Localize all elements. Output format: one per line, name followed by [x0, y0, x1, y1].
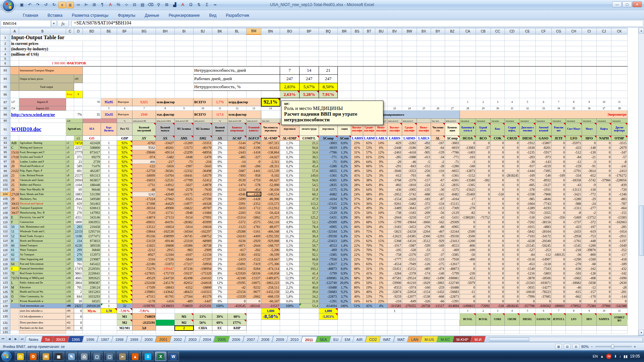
cell-CI95[interactable]: -130 [582, 150, 597, 155]
cell-BK109[interactable]: 1% [212, 215, 228, 220]
cell-BG103[interactable]: -48 [132, 187, 156, 192]
cell-BL89[interactable]: млн.фактор [228, 111, 261, 119]
cell-CK109[interactable]: -13383 [611, 215, 628, 220]
cell-BR119[interactable]: 2,1% [338, 262, 351, 266]
cell-CG126[interactable]: 0 [552, 294, 566, 299]
cell-BM4[interactable] [247, 52, 261, 57]
cell-B125[interactable]: Health and Social Wo [19, 290, 66, 294]
cell-BK127[interactable]: 0% [212, 299, 228, 304]
cell-CJ95[interactable]: 0 [597, 150, 611, 155]
cell-BM123[interactable]: -16075 [247, 280, 261, 285]
cell-CK84[interactable] [611, 75, 628, 83]
cell-CF86[interactable] [536, 91, 552, 98]
page-break-view-icon[interactable]: ▥ [573, 344, 579, 349]
cell-BM113[interactable]: -4469 [247, 234, 261, 238]
cell-CJ121[interactable]: 0 [597, 271, 611, 276]
update-icon[interactable]: ⬇ [614, 354, 617, 359]
row-header-93[interactable]: 93 [0, 141, 10, 145]
cell-BK133[interactable] [212, 330, 228, 334]
cell-CH90[interactable]: тераджоу [566, 119, 582, 123]
cell-CK96[interactable]: -57 [611, 155, 628, 159]
cell-BS100[interactable]: 45% [351, 173, 363, 178]
cell-CJ5[interactable] [597, 57, 611, 61]
cell-CC124[interactable]: 0 [491, 285, 505, 290]
cell-BJ109[interactable]: -27091 [194, 215, 212, 220]
cell-BE89[interactable]: 35x35 [101, 111, 117, 119]
cell-D128[interactable]: 242177 [74, 304, 83, 308]
cell-A95[interactable]: 15t16 [10, 150, 19, 155]
cell-CJ4[interactable] [597, 52, 611, 57]
cell-BF121[interactable]: 92% [117, 271, 132, 276]
cell-BV99[interactable]: -3046 [387, 169, 402, 173]
cell-BL114[interactable]: -9236 [228, 238, 247, 243]
cell-BG117[interactable]: -8927 [132, 252, 156, 257]
taskbar-app-monitor1[interactable]: ▢ [91, 352, 103, 361]
cell-BU133[interactable] [375, 330, 387, 334]
cell-BY120[interactable]: -474 [431, 266, 445, 271]
cell-BF87[interactable]: Факторов [117, 98, 132, 106]
cell-BX133[interactable] [417, 330, 431, 334]
cell-CI98[interactable]: -91 [582, 164, 597, 169]
cell-D111[interactable]: 203 [74, 225, 83, 229]
cell-BO102[interactable]: 0,5% [280, 183, 300, 187]
cell-BE4[interactable] [101, 52, 117, 57]
cell-BV83[interactable] [387, 66, 402, 75]
cell-BF107[interactable]: 92% [117, 206, 132, 210]
cell-BU114[interactable]: 15% [375, 238, 387, 243]
cell-BJ85[interactable]: Нетрудоспособность, % [194, 83, 280, 91]
cell-BO3[interactable] [280, 46, 300, 52]
column-header-A[interactable]: A [10, 28, 19, 35]
cell-BJ84[interactable]: Рабочих дней, дней [194, 75, 280, 83]
cell-CK129[interactable]: 11 [611, 308, 628, 313]
vertical-scroll-thumb[interactable] [639, 205, 644, 256]
cell-CC129[interactable]: 3 [491, 308, 505, 313]
sheet-tab-1999[interactable]: 1999 [126, 336, 143, 342]
cell-BP2[interactable] [300, 41, 319, 46]
cell-D123[interactable]: 3864 [74, 280, 83, 285]
cell-CK6[interactable] [611, 61, 628, 66]
cell-CC125[interactable]: 0 [491, 290, 505, 294]
cell-BS85[interactable] [351, 83, 363, 91]
cell-BU84[interactable] [375, 75, 387, 83]
cell-CC123[interactable]: 0 [491, 280, 505, 285]
cell-BN6[interactable] [261, 61, 280, 66]
cell-CG4[interactable] [552, 52, 566, 57]
cell-D125[interactable]: 2 [74, 290, 83, 294]
cell-BU112[interactable]: 7% [375, 229, 387, 234]
cell-BU130[interactable] [375, 313, 387, 320]
cell-BT106[interactable]: 36% [363, 201, 375, 206]
cell-CE107[interactable]: -1289 [520, 206, 536, 210]
cell-BM119[interactable]: -7419 [247, 262, 261, 266]
cell-CH109[interactable]: -5469 [566, 215, 582, 220]
cell-BX101[interactable]: -157 [417, 178, 431, 183]
cell-BQ99[interactable]: -6655 [319, 169, 338, 173]
cell-A108[interactable]: 36t37 [10, 210, 19, 215]
cell-CG2[interactable] [552, 41, 566, 46]
cell-CF2[interactable] [536, 41, 552, 46]
cell-BL94[interactable]: -3642 [228, 145, 247, 150]
cell-BD106[interactable]: 561463 [83, 201, 101, 206]
cell-BI119[interactable]: -17217 [175, 262, 194, 266]
cell-BM102[interactable]: -578 [247, 183, 261, 187]
cell-BT104[interactable]: 68% [363, 192, 375, 196]
cell-BR114[interactable]: 3,8% [338, 238, 351, 243]
cell-BH95[interactable]: -69114 [156, 150, 175, 155]
cell-BV85[interactable] [387, 83, 402, 91]
cell-C103[interactable]: c11 [66, 187, 74, 192]
cell-CC101[interactable]: 0 [491, 178, 505, 183]
cell-BV115[interactable]: -1917 [387, 243, 402, 248]
cell-BW87[interactable] [402, 98, 417, 106]
sheet-tab-M-US[interactable]: M-US [421, 336, 438, 342]
cell-BF89[interactable]: Факторов [117, 111, 132, 119]
cell-BN116[interactable]: -5,206 [261, 248, 280, 252]
office-button-icon[interactable] [2, 0, 15, 12]
cell-CJ118[interactable]: 0 [597, 257, 611, 262]
cell-CI83[interactable] [582, 66, 597, 75]
cell-BN5[interactable] [261, 57, 280, 61]
cell-BJ131[interactable]: 56% [194, 320, 212, 326]
cell-D107[interactable]: 715 [74, 206, 83, 210]
cell-CC119[interactable]: 0 [491, 262, 505, 266]
cell-CB114[interactable]: 0 [476, 238, 491, 243]
cell-CH101[interactable]: -18358 [566, 178, 582, 183]
cell-CF119[interactable]: -3118 [536, 262, 552, 266]
